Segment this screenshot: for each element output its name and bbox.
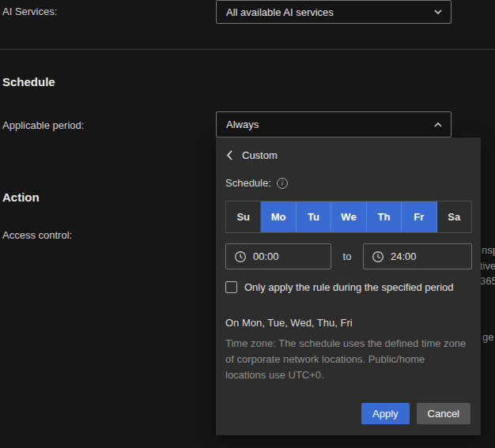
ai-services-select[interactable]: All available AI services (216, 0, 452, 24)
timezone-note: Time zone: The schedule uses the defined… (225, 336, 467, 383)
applicable-period-label: Applicable period: (2, 119, 84, 131)
access-control-label: Access control: (2, 229, 72, 241)
day-selector: Su Mo Tu We Th Fr Sa (225, 201, 472, 233)
schedule-summary: On Mon, Tue, Wed, Thu, Fri (225, 317, 353, 329)
schedule-label: Schedule: (225, 177, 271, 189)
time-from-input[interactable]: 00:00 (225, 243, 331, 269)
time-to-input[interactable]: 24:00 (363, 243, 472, 269)
schedule-heading: Schedule (2, 75, 55, 88)
chevron-left-icon (225, 149, 234, 161)
to-label: to (331, 250, 363, 262)
ai-services-label: AI Services: (2, 6, 57, 17)
background-fragment: nsp (482, 244, 495, 256)
section-divider (0, 49, 495, 50)
specified-period-checkbox-label: Only apply the rule during the specified… (244, 281, 454, 293)
background-fragment: tive (480, 260, 495, 272)
chevron-up-icon (433, 120, 443, 130)
applicable-period-value: Always (226, 119, 433, 130)
day-mo[interactable]: Mo (261, 201, 296, 232)
ai-services-value: All available AI services (226, 6, 433, 18)
info-icon[interactable]: i (277, 178, 288, 189)
action-heading: Action (2, 190, 40, 204)
background-fragment: 365 (480, 275, 495, 287)
clock-icon (372, 250, 384, 263)
chevron-down-icon (433, 7, 443, 17)
back-label: Custom (242, 149, 278, 161)
day-su[interactable]: Su (226, 201, 261, 232)
day-we[interactable]: We (331, 201, 366, 232)
apply-button[interactable]: Apply (361, 403, 410, 424)
back-button[interactable]: Custom (225, 149, 278, 161)
day-tu[interactable]: Tu (297, 201, 331, 232)
day-sa[interactable]: Sa (437, 201, 471, 232)
schedule-popover: Custom Schedule: i Su Mo Tu We Th Fr Sa … (216, 137, 481, 435)
background-fragment: ge (482, 331, 493, 343)
time-from-value: 00:00 (253, 250, 279, 262)
time-to-value: 24:00 (391, 250, 417, 262)
clock-icon (234, 250, 247, 263)
specified-period-checkbox[interactable] (225, 281, 237, 293)
cancel-button[interactable]: Cancel (417, 403, 470, 424)
day-fr[interactable]: Fr (402, 201, 436, 232)
applicable-period-select[interactable]: Always (216, 111, 452, 137)
day-th[interactable]: Th (367, 201, 402, 232)
